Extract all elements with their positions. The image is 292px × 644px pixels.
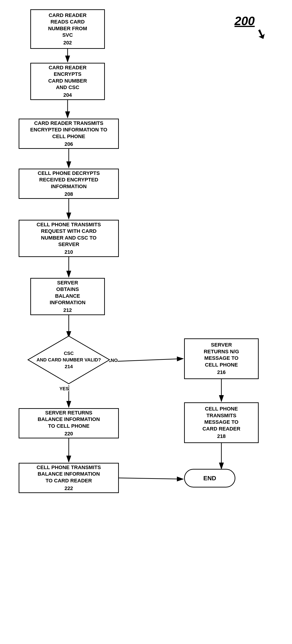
box-222: CELL PHONE TRANSMITSBALANCE INFORMATIONT… <box>19 463 119 493</box>
ref-number: 200 <box>234 14 255 28</box>
box-216: SERVERRETURNS N/GMESSAGE TOCELL PHONE 21… <box>184 338 259 379</box>
svg-line-8 <box>109 359 183 362</box>
yes-label: YES <box>59 386 69 392</box>
box-218: CELL PHONETRANSMITSMESSAGE TOCARD READER… <box>184 402 259 443</box>
box-202: CARD READERREADS CARDNUMBER FROMSVC 202 <box>30 9 105 49</box>
diamond-214: CSCAND CARD NUMBER VALID?214 <box>27 335 111 385</box>
box-208: CELL PHONE DECRYPTSRECEIVED ENCRYPTEDINF… <box>19 168 119 199</box>
no-label: NO <box>111 358 118 363</box>
box-212: SERVEROBTAINSBALANCEINFORMATION 212 <box>30 278 105 315</box>
box-204: CARD READERENCRYPTSCARD NUMBERAND CSC 20… <box>30 63 105 100</box>
ref-arrow: ➘ <box>253 25 268 43</box>
box-210: CELL PHONE TRANSMITSREQUEST WITH CARDNUM… <box>19 220 119 257</box>
svg-line-11 <box>119 478 183 479</box>
box-220: SERVER RETURNSBALANCE INFORMATIONTO CELL… <box>19 408 119 438</box>
end-oval: END <box>184 469 235 488</box>
diagram-container: 200 ➘ YES <box>0 0 292 644</box>
box-206: CARD READER TRANSMITSENCRYPTED INFORMATI… <box>19 118 119 149</box>
